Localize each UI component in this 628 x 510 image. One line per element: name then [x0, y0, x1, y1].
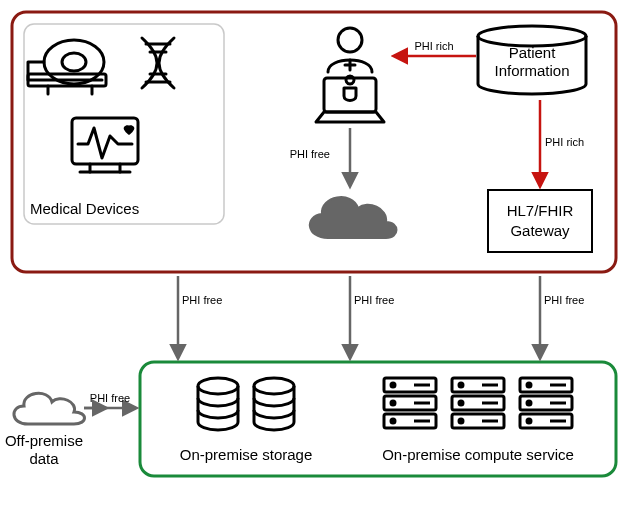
off-premise-label-l1: Off-premise	[5, 432, 83, 449]
edge-db-to-gateway-label: PHI rich	[545, 136, 584, 148]
storage-icon-1	[198, 378, 238, 430]
edge-cloud-to-onprem-label: PHI free	[354, 294, 394, 306]
server-icon-1	[384, 378, 436, 428]
svg-point-13	[338, 28, 362, 52]
gateway-label-l2: Gateway	[510, 222, 570, 239]
medical-devices-box	[24, 24, 224, 224]
ct-scanner-icon	[28, 40, 106, 94]
storage-icon-2	[254, 378, 294, 430]
svg-point-18	[198, 378, 238, 394]
svg-point-30	[459, 383, 463, 387]
laptop-icon	[316, 76, 384, 122]
svg-point-0	[44, 40, 104, 84]
svg-point-27	[391, 419, 395, 423]
server-icon-2	[452, 378, 504, 428]
patient-db-label-l1: Patient	[509, 44, 557, 61]
svg-point-24	[391, 401, 395, 405]
edge-offprem-to-onprem-label: PHI free	[90, 392, 130, 404]
svg-point-21	[391, 383, 395, 387]
on-prem-compute-label: On-premise compute service	[382, 446, 574, 463]
architecture-diagram: Medical Devices Patient Information HL7/…	[0, 0, 628, 510]
svg-point-42	[527, 401, 531, 405]
on-prem-storage-label: On-premise storage	[180, 446, 313, 463]
cloud-icon	[310, 197, 397, 238]
ecg-monitor-icon	[72, 118, 138, 172]
gateway-label-l1: HL7/FHIR	[507, 202, 574, 219]
svg-point-33	[459, 401, 463, 405]
medical-devices-label: Medical Devices	[30, 200, 139, 217]
off-premise-cloud-icon	[14, 393, 85, 424]
server-icon-3	[520, 378, 572, 428]
gateway-box	[488, 190, 592, 252]
dna-icon	[142, 38, 174, 88]
clinician-icon	[328, 28, 372, 72]
off-premise-label-l2: data	[29, 450, 59, 467]
svg-point-1	[62, 53, 86, 71]
svg-point-45	[527, 419, 531, 423]
edge-db-to-clinician-label: PHI rich	[414, 40, 453, 52]
edge-laptop-to-cloud-label: PHI free	[290, 148, 330, 160]
patient-db-label-l2: Information	[494, 62, 569, 79]
edge-devices-to-onprem-label: PHI free	[182, 294, 222, 306]
svg-point-19	[254, 378, 294, 394]
svg-point-39	[527, 383, 531, 387]
svg-point-36	[459, 419, 463, 423]
svg-rect-9	[72, 118, 138, 164]
edge-gateway-to-onprem-label: PHI free	[544, 294, 584, 306]
